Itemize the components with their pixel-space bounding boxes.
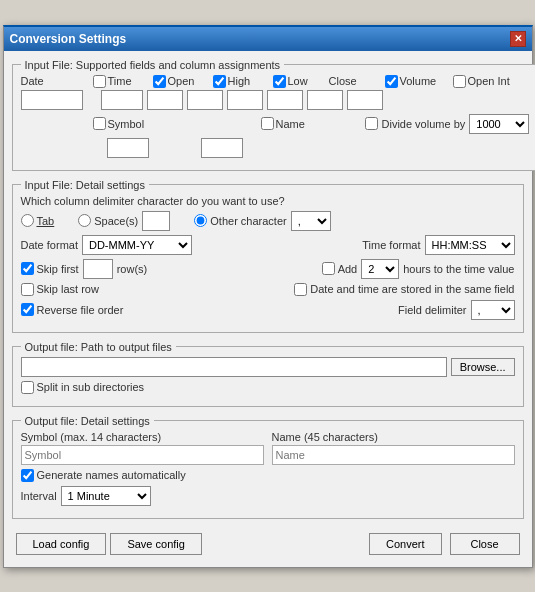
add-hours-checkbox-label[interactable]: Add (322, 262, 358, 275)
skip-first-suffix: row(s) (117, 263, 148, 275)
input-supported-group: Input File: Supported fields and column … (12, 59, 536, 171)
generate-names-text: Generate names automatically (37, 469, 186, 481)
open-input[interactable]: 2 (147, 90, 183, 110)
split-checkbox-label[interactable]: Split in sub directories (21, 381, 145, 394)
time-checkbox[interactable] (93, 75, 106, 88)
spaces-radio-label[interactable]: Space(s) (78, 214, 138, 227)
split-label: Split in sub directories (37, 381, 145, 393)
symbol-input[interactable]: 10 (107, 138, 149, 158)
skip-first-input[interactable]: 1 (83, 259, 113, 279)
skip-first-checkbox-label[interactable]: Skip first (21, 262, 79, 275)
time-label: Time (108, 75, 132, 87)
low-input[interactable]: 4 (227, 90, 263, 110)
reverse-checkbox-label[interactable]: Reverse file order (21, 303, 124, 316)
output-path-input[interactable]: C:\ (21, 357, 447, 377)
skip-last-label: Skip last row (37, 283, 99, 295)
time-input[interactable]: 9 (101, 90, 143, 110)
name-col-label: Name (45 characters) (272, 431, 515, 443)
high-label: High (228, 75, 251, 87)
spaces-label: Space(s) (94, 215, 138, 227)
split-checkbox[interactable] (21, 381, 34, 394)
skip-last-checkbox-label[interactable]: Skip last row (21, 283, 99, 296)
other-radio-label[interactable]: Other character (194, 214, 286, 227)
delimiter-question: Which column delimiter character do you … (21, 195, 285, 207)
add-hours-checkbox[interactable] (322, 262, 335, 275)
time-format-select[interactable]: HH:MM:SS HH:MM (425, 235, 515, 255)
reverse-label: Reverse file order (37, 304, 124, 316)
tab-label: Tab (37, 215, 55, 227)
main-window: Conversion Settings ✕ Input File: Suppor… (3, 25, 533, 568)
add-label: Add (338, 263, 358, 275)
open-checkbox[interactable] (153, 75, 166, 88)
button-row: Load config Save config Convert Close (12, 527, 524, 559)
output-detail-legend: Output file: Detail settings (21, 415, 154, 427)
volume-label: Volume (400, 75, 437, 87)
symbol-label: Symbol (108, 118, 145, 130)
save-config-button[interactable]: Save config (110, 533, 201, 555)
input-detail-group: Input File: Detail settings Which column… (12, 179, 524, 333)
name-field[interactable] (272, 445, 515, 465)
close-button[interactable]: Close (450, 533, 520, 555)
open-int-input[interactable]: 8 (347, 90, 383, 110)
close-input[interactable]: 5 (267, 90, 303, 110)
divide-volume-select[interactable]: 1000 100 10 (469, 114, 529, 134)
date-time-same-label[interactable]: Date and time are stored in the same fie… (294, 283, 514, 296)
output-path-group: Output file: Path to output files C:\ Br… (12, 341, 524, 407)
output-path-legend: Output file: Path to output files (21, 341, 176, 353)
input-detail-legend: Input File: Detail settings (21, 179, 149, 191)
output-detail-group: Output file: Detail settings Symbol (max… (12, 415, 524, 519)
high-input[interactable]: 3 (187, 90, 223, 110)
other-char-select[interactable]: , ; | (291, 211, 331, 231)
name-checkbox[interactable] (261, 117, 274, 130)
symbol-checkbox[interactable] (93, 117, 106, 130)
date-format-select[interactable]: DD-MMM-YY DD/MM/YYYY MM/DD/YYYY (82, 235, 192, 255)
browse-button[interactable]: Browse... (451, 358, 515, 376)
low-checkbox[interactable] (273, 75, 286, 88)
generate-names-checkbox[interactable] (21, 469, 34, 482)
name-label: Name (276, 118, 305, 130)
title-bar: Conversion Settings ✕ (4, 27, 532, 51)
symbol-col-label: Symbol (max. 14 characters) (21, 431, 264, 443)
interval-label: Interval (21, 490, 57, 502)
low-label: Low (288, 75, 308, 87)
input-supported-legend: Input File: Supported fields and column … (21, 59, 285, 71)
window-title: Conversion Settings (10, 32, 127, 46)
symbol-field[interactable] (21, 445, 264, 465)
volume-input[interactable]: 6 (307, 90, 343, 110)
tab-radio-label[interactable]: Tab (21, 214, 55, 227)
date-format-label: Date format (21, 239, 78, 251)
other-label: Other character (210, 215, 286, 227)
field-delimiter-label: Field delimiter (398, 304, 466, 316)
skip-last-checkbox[interactable] (21, 283, 34, 296)
date-time-same-checkbox[interactable] (294, 283, 307, 296)
generate-names-label[interactable]: Generate names automatically (21, 469, 186, 482)
date-label: Date (21, 75, 44, 87)
interval-select[interactable]: 1 Minute 5 Minutes 15 Minutes 30 Minutes… (61, 486, 151, 506)
open-label: Open (168, 75, 195, 87)
other-radio[interactable] (194, 214, 207, 227)
add-suffix: hours to the time value (403, 263, 514, 275)
open-int-checkbox[interactable] (453, 75, 466, 88)
skip-first-label: Skip first (37, 263, 79, 275)
window-body: Input File: Supported fields and column … (4, 51, 532, 567)
high-checkbox[interactable] (213, 75, 226, 88)
spaces-value-input[interactable]: 1 (142, 211, 170, 231)
spaces-radio[interactable] (78, 214, 91, 227)
load-config-button[interactable]: Load config (16, 533, 107, 555)
title-close-button[interactable]: ✕ (510, 31, 526, 47)
tab-radio[interactable] (21, 214, 34, 227)
field-delimiter-select[interactable]: , ; | (471, 300, 515, 320)
name-input[interactable]: 11 (201, 138, 243, 158)
open-int-label: Open Int (468, 75, 510, 87)
reverse-checkbox[interactable] (21, 303, 34, 316)
divide-volume-label: Divide volume by (382, 118, 466, 130)
date-time-same-text: Date and time are stored in the same fie… (310, 283, 514, 295)
convert-button[interactable]: Convert (369, 533, 442, 555)
divide-volume-checkbox[interactable] (365, 117, 378, 130)
volume-checkbox[interactable] (385, 75, 398, 88)
time-format-label: Time format (362, 239, 420, 251)
date-input[interactable]: 1 (21, 90, 83, 110)
add-hours-select[interactable]: 2 1 3 (361, 259, 399, 279)
close-col-label: Close (329, 75, 357, 87)
skip-first-checkbox[interactable] (21, 262, 34, 275)
